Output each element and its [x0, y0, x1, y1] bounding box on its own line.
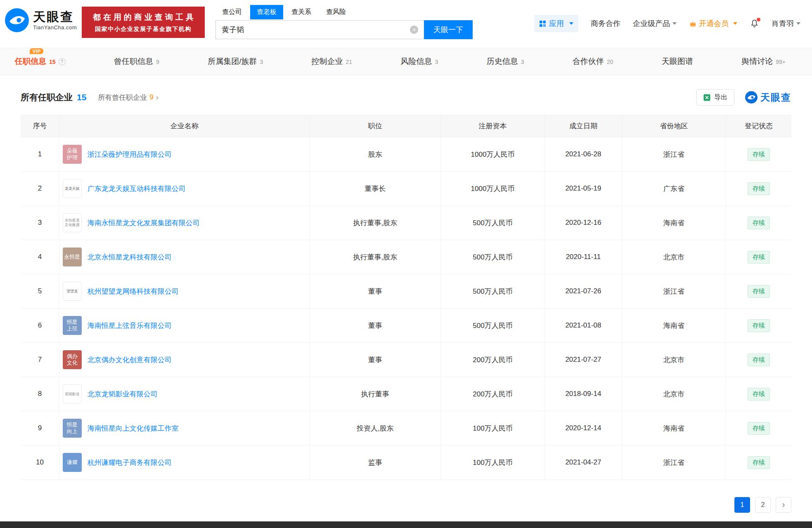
- business-cooperation-link[interactable]: 商务合作: [591, 19, 620, 28]
- company-logo: 望望龙: [63, 282, 82, 301]
- tianyancha-watermark: 天眼查: [745, 91, 791, 104]
- section-nav: VIP 任职信息 15 ? 曾任职信息 9 所属集团/族群 3 控制企业 21 …: [0, 48, 812, 75]
- nav-tab[interactable]: 所属集团/族群 3: [208, 56, 263, 67]
- nav-tab[interactable]: VIP 任职信息 15 ?: [15, 56, 66, 67]
- column-header: 省份地区: [622, 115, 726, 137]
- table-row: 10 谦耀 杭州谦耀电子商务有限公司 监事 100万人民币 2021-04-27…: [21, 446, 791, 480]
- main-content: 所有任职企业 15 所有曾任职企业 9 › 导出: [0, 89, 812, 513]
- region-cell: 海南省: [622, 206, 726, 240]
- company-name-link[interactable]: 海南永恒星龙文化发展集团有限公司: [88, 218, 200, 228]
- company-cell: 朵薇 护理 浙江朵薇护理用品有限公司: [59, 137, 310, 172]
- chevron-down-icon: [569, 22, 573, 25]
- position-cell: 董事: [310, 309, 440, 343]
- apps-menu[interactable]: 应用: [534, 15, 578, 32]
- search-button[interactable]: 天眼一下: [424, 20, 473, 39]
- search-block: 查公司 查老板 查关系 查风险 × 天眼一下: [215, 5, 473, 39]
- search-tab[interactable]: 查公司: [215, 5, 249, 19]
- status-cell: 存续: [726, 377, 791, 411]
- company-logo-line1: 朵薇: [67, 148, 78, 154]
- company-logo: 恒星 上弦: [63, 316, 82, 335]
- crown-icon: [689, 20, 697, 28]
- status-badge: 存续: [748, 319, 770, 332]
- nav-tab[interactable]: 风险信息 3: [401, 56, 438, 67]
- nav-tab[interactable]: 控制企业 21: [312, 56, 353, 67]
- help-icon[interactable]: ?: [59, 58, 66, 65]
- company-name-link[interactable]: 北京永恒星龙科技有限公司: [88, 252, 172, 262]
- enterprise-products-label: 企业级产品: [633, 19, 670, 28]
- former-positions-label: 所有曾任职企业: [98, 93, 147, 102]
- capital-cell: 200万人民币: [441, 377, 545, 411]
- tianyancha-logo[interactable]: 天眼查 TianYanCha.com: [5, 8, 77, 32]
- user-menu[interactable]: 肖青羽: [772, 19, 800, 28]
- company-logo: 朵薇 护理: [63, 145, 82, 164]
- company-logo-line1: 永恒星: [64, 254, 80, 260]
- export-button[interactable]: 导出: [696, 89, 734, 106]
- search-input[interactable]: [215, 20, 424, 39]
- date-cell: 2020-12-14: [545, 411, 622, 446]
- page-list: 1 2: [734, 497, 771, 513]
- company-cell: 偶办 文化 北京偶办文化创意有限公司: [59, 343, 310, 377]
- row-index: 2: [21, 172, 59, 206]
- nav-tab-label: 控制企业: [312, 56, 343, 67]
- nav-tab-label: 舆情讨论: [741, 56, 773, 67]
- search-tab[interactable]: 查风险: [320, 5, 353, 19]
- status-cell: 存续: [726, 274, 791, 309]
- search-input-wrap: ×: [215, 20, 424, 39]
- chevron-down-icon: [796, 22, 800, 25]
- page-title: 所有任职企业: [21, 92, 73, 103]
- position-cell: 执行董事,股东: [310, 206, 440, 240]
- vip-upgrade-menu[interactable]: 开通会员: [689, 19, 737, 28]
- date-cell: 2021-04-27: [545, 446, 622, 480]
- date-cell: 2021-07-27: [545, 343, 622, 377]
- nav-tab[interactable]: 舆情讨论 99+: [741, 56, 786, 67]
- username: 肖青羽: [772, 19, 794, 28]
- nav-tab-count: 15: [49, 59, 56, 65]
- page-button[interactable]: 2: [755, 497, 771, 513]
- company-name-link[interactable]: 海南恒星上弦音乐有限公司: [88, 321, 172, 330]
- pagination: 1 2 ›: [21, 497, 791, 513]
- company-name-link[interactable]: 广东龙龙天娱互动科技有限公司: [88, 184, 186, 193]
- notification-bell[interactable]: [750, 19, 759, 28]
- capital-cell: 1000万人民币: [441, 172, 545, 206]
- search-tab[interactable]: 查关系: [285, 5, 318, 19]
- company-name-link[interactable]: 北京偶办文化创意有限公司: [88, 355, 172, 365]
- nav-tab[interactable]: 天眼图谱: [662, 56, 693, 67]
- next-page-button[interactable]: ›: [776, 497, 791, 513]
- page-button[interactable]: 1: [734, 497, 750, 513]
- capital-cell: 500万人民币: [441, 274, 545, 309]
- nav-tab-count: 99+: [776, 59, 786, 65]
- company-name-link[interactable]: 浙江朵薇护理用品有限公司: [88, 150, 172, 159]
- company-logo: 龙韬影业: [63, 384, 82, 403]
- nav-tab-label: 任职信息: [15, 56, 46, 67]
- table-header-row: 序号 企业名称 职位 注册资本 成立日期 省份地区 登记状态: [21, 115, 791, 137]
- company-cell: 谦耀 杭州谦耀电子商务有限公司: [59, 446, 310, 480]
- column-header: 企业名称: [59, 115, 310, 137]
- clear-icon[interactable]: ×: [410, 26, 418, 34]
- company-name-link[interactable]: 海南恒星向上文化传媒工作室: [88, 424, 179, 433]
- footer-strip: [0, 521, 812, 528]
- row-index: 6: [21, 309, 59, 343]
- position-cell: 执行董事: [310, 377, 440, 411]
- company-name-link[interactable]: 杭州望望龙网络科技有限公司: [88, 287, 179, 296]
- nav-tab[interactable]: 曾任职信息 9: [114, 56, 159, 67]
- table-row: 8 龙韬影业 北京龙韬影业有限公司 执行董事 200万人民币 2018-09-1…: [21, 377, 791, 411]
- nav-tab[interactable]: 合作伙伴 20: [573, 56, 613, 67]
- status-cell: 存续: [726, 240, 791, 274]
- enterprise-products-menu[interactable]: 企业级产品: [633, 19, 677, 28]
- table-head: 序号 企业名称 职位 注册资本 成立日期 省份地区 登记状态: [21, 115, 791, 137]
- search-tab[interactable]: 查老板: [250, 5, 283, 19]
- position-cell: 执行董事,股东: [310, 240, 440, 274]
- row-index: 5: [21, 274, 59, 309]
- excel-icon: [703, 94, 710, 101]
- company-name-link[interactable]: 杭州谦耀电子商务有限公司: [88, 458, 172, 467]
- capital-cell: 500万人民币: [441, 206, 545, 240]
- table-row: 4 永恒星 北京永恒星龙科技有限公司 执行董事,股东 500万人民币 2020-…: [21, 240, 791, 274]
- nav-tab-label: 风险信息: [401, 56, 432, 67]
- company-logo-line1: 永恒星龙: [65, 218, 80, 223]
- company-cell: 龙龙天娱 广东龙龙天娱互动科技有限公司: [59, 172, 310, 206]
- capital-cell: 100万人民币: [441, 446, 545, 480]
- company-name-link[interactable]: 北京龙韬影业有限公司: [88, 389, 158, 399]
- nav-tab[interactable]: 历史信息 3: [487, 56, 524, 67]
- former-positions-link[interactable]: 所有曾任职企业 9 ›: [98, 93, 159, 102]
- company-logo-line1: 龙韬影业: [65, 392, 80, 396]
